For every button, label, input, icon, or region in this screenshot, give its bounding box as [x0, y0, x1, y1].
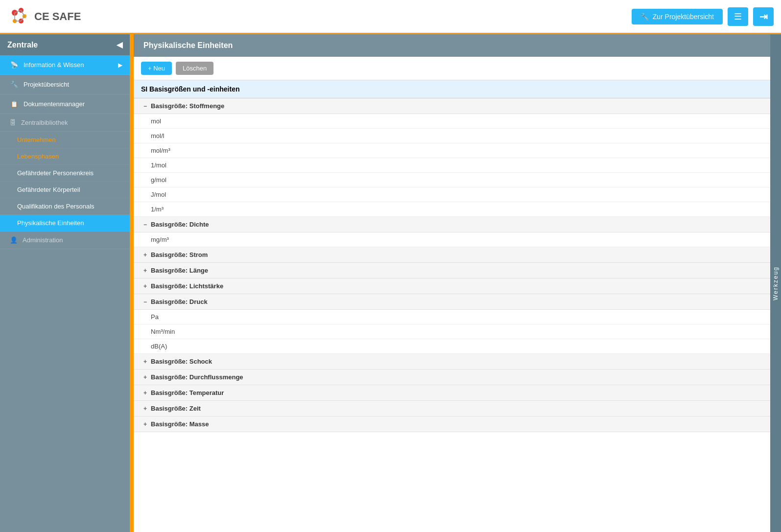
right-panel: Physikalische Einheiten + Neu Löschen SI… — [134, 34, 781, 532]
werkzeug-label: Werkzeug — [772, 266, 779, 301]
plus-icon-masse: + — [143, 421, 147, 428]
sidebar-title: Zentrale — [7, 41, 38, 49]
logo-area: CE SAFE — [7, 5, 81, 27]
content-area: Physikalische Einheiten + Neu Löschen SI… — [134, 34, 770, 532]
minus-icon: − — [143, 103, 147, 110]
group-label-masse: Basisgröße: Masse — [151, 420, 209, 428]
group-header-lichtstaerke[interactable]: + Basisgröße: Lichtstärke — [134, 278, 770, 294]
sidebar-section-administration[interactable]: 👤 Administration — [0, 231, 130, 249]
sidebar-sub-lebensphasen[interactable]: Lebensphasen — [0, 148, 130, 165]
sidebar-section-zentralbibliothek[interactable]: 🗄 Zentralbibliothek — [0, 114, 130, 132]
group-header-masse[interactable]: + Basisgröße: Masse — [134, 416, 770, 432]
administration-label: Administration — [23, 236, 63, 244]
sidebar-item-info-wissen[interactable]: 📡 Information & Wissen ▶ — [0, 55, 130, 75]
group-label-dichte: Basisgröße: Dichte — [151, 221, 209, 228]
group-label-strom: Basisgröße: Strom — [151, 251, 208, 258]
wrench-icon: 🔧 — [640, 13, 649, 21]
sidebar-item-projektuebersicht[interactable]: 🔧 Projektübersicht — [0, 75, 130, 94]
group-label-druck: Basisgröße: Druck — [151, 298, 208, 305]
group-header-temperatur[interactable]: + Basisgröße: Temperatur — [134, 385, 770, 401]
list-item[interactable]: Pa — [134, 310, 770, 324]
plus-icon-strom: + — [143, 252, 147, 258]
wrench-icon-sidebar: 🔧 — [10, 81, 19, 88]
minus-icon-druck: − — [143, 299, 147, 305]
list-item[interactable]: mol/m³ — [134, 143, 770, 158]
plus-icon-licht: + — [143, 283, 147, 290]
main-layout: Zentrale ◀ 📡 Information & Wissen ▶ 🔧 Pr… — [0, 34, 781, 532]
list-item[interactable]: 1/m³ — [134, 202, 770, 217]
sidebar-item-projektuebersicht-label: Projektübersicht — [24, 81, 69, 88]
group-label-lichtstaerke: Basisgröße: Lichtstärke — [151, 282, 223, 290]
sidebar-header: Zentrale ◀ — [0, 34, 130, 55]
header: CE SAFE 🔧 Zur Projektübersicht ☰ ⇥ — [0, 0, 781, 34]
sidebar-item-info-wissen-label: Information & Wissen — [24, 61, 84, 69]
doc-icon: 📋 — [10, 100, 19, 108]
list-item[interactable]: Nm³/min — [134, 324, 770, 339]
plus-icon-durchfluss: + — [143, 374, 147, 381]
sidebar-sub-physikalische-einheiten[interactable]: Physikalische Einheiten — [0, 215, 130, 231]
new-button[interactable]: + Neu — [141, 62, 172, 75]
group-header-strom[interactable]: + Basisgröße: Strom — [134, 247, 770, 263]
group-header-stoffmenge[interactable]: − Basisgröße: Stoffmenge — [134, 98, 770, 114]
plus-icon-temp: + — [143, 390, 147, 396]
logo-icon — [7, 5, 29, 27]
table-container[interactable]: SI Basisgrößen und -einheiten − Basisgrö… — [134, 80, 770, 532]
sidebar-item-dokumentenmanager[interactable]: 📋 Dokumentenmanager — [0, 94, 130, 114]
list-item[interactable]: dB(A) — [134, 339, 770, 354]
group-header-schock[interactable]: + Basisgröße: Schock — [134, 354, 770, 370]
werkzeug-panel[interactable]: Werkzeug — [770, 34, 781, 532]
sidebar-sub-qualifikation[interactable]: Qualifikation des Personals — [0, 198, 130, 215]
rss-icon: 📡 — [10, 61, 19, 69]
hamburger-icon: ☰ — [734, 11, 742, 22]
project-overview-button[interactable]: 🔧 Zur Projektübersicht — [632, 9, 723, 24]
content-toolbar: + Neu Löschen — [134, 57, 770, 80]
group-header-dichte[interactable]: − Basisgröße: Dichte — [134, 217, 770, 232]
menu-button[interactable]: ☰ — [728, 7, 748, 26]
group-header-durchflussmenge[interactable]: + Basisgröße: Durchflussmenge — [134, 370, 770, 385]
group-header-laenge[interactable]: + Basisgröße: Länge — [134, 263, 770, 278]
delete-button[interactable]: Löschen — [176, 62, 213, 75]
sidebar-sub-gefaehrdeter-koerperteil[interactable]: Gefährdeter Körperteil — [0, 182, 130, 198]
group-label-stoffmenge: Basisgröße: Stoffmenge — [151, 102, 224, 110]
group-header-druck[interactable]: − Basisgröße: Druck — [134, 294, 770, 310]
sidebar-collapse-icon[interactable]: ◀ — [117, 40, 122, 49]
person-icon: 👤 — [10, 236, 18, 244]
zentralbibliothek-label: Zentralbibliothek — [21, 119, 68, 126]
group-label-temperatur: Basisgröße: Temperatur — [151, 389, 224, 396]
sidebar-item-dokumentenmanager-label: Dokumentenmanager — [24, 100, 85, 108]
minus-icon-2: − — [143, 221, 147, 228]
plus-icon-schock: + — [143, 358, 147, 365]
list-item[interactable]: mg/m³ — [134, 232, 770, 247]
logout-icon: ⇥ — [759, 11, 768, 23]
section-header-si: SI Basisgrößen und -einheiten — [134, 80, 770, 98]
db-icon: 🗄 — [10, 119, 16, 126]
group-label-zeit: Basisgröße: Zeit — [151, 405, 201, 412]
orange-divider — [130, 34, 134, 532]
arrow-icon: ▶ — [118, 62, 122, 69]
logout-button[interactable]: ⇥ — [753, 7, 774, 26]
header-right: 🔧 Zur Projektübersicht ☰ ⇥ — [632, 7, 774, 26]
group-label-schock: Basisgröße: Schock — [151, 358, 212, 365]
group-label-durchflussmenge: Basisgröße: Durchflussmenge — [151, 373, 243, 381]
project-overview-label: Zur Projektübersicht — [653, 13, 714, 21]
group-label-laenge: Basisgröße: Länge — [151, 267, 208, 274]
content-header: Physikalische Einheiten — [134, 34, 770, 57]
list-item[interactable]: mol — [134, 114, 770, 129]
sidebar-sub-gefaehrdeter-personenkreis[interactable]: Gefährdeter Personenkreis — [0, 165, 130, 182]
sidebar: Zentrale ◀ 📡 Information & Wissen ▶ 🔧 Pr… — [0, 34, 130, 532]
plus-icon-zeit: + — [143, 405, 147, 412]
logo-text: CE SAFE — [34, 10, 81, 23]
list-item[interactable]: g/mol — [134, 173, 770, 187]
content-title: Physikalische Einheiten — [143, 41, 233, 49]
plus-icon-laenge: + — [143, 267, 147, 274]
list-item[interactable]: J/mol — [134, 187, 770, 202]
group-header-zeit[interactable]: + Basisgröße: Zeit — [134, 401, 770, 416]
sidebar-sub-unternehmen[interactable]: Unternehmen — [0, 132, 130, 148]
list-item[interactable]: 1/mol — [134, 158, 770, 173]
list-item[interactable]: mol/l — [134, 129, 770, 143]
